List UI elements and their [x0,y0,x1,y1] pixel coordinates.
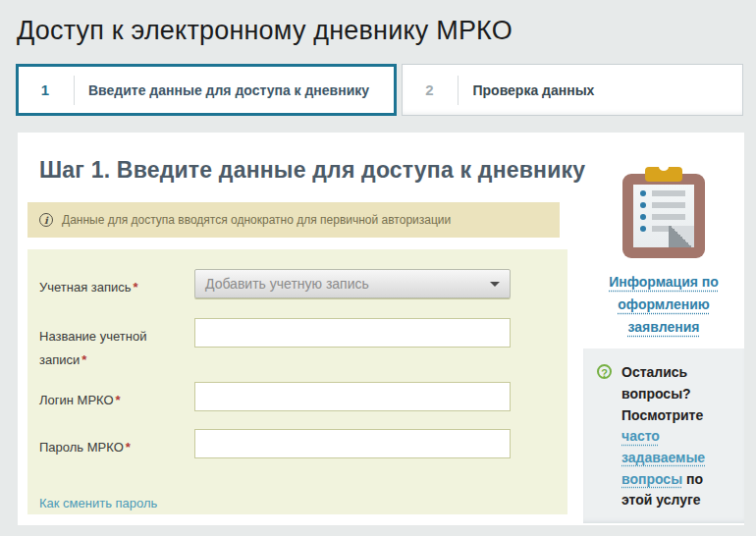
label-text: Учетная запись [39,280,132,295]
form-row-password: Пароль МРКО* [39,429,567,459]
help-text: Остались вопросы? Посмотрите часто задав… [621,362,734,511]
notice-banner: i Данные для доступа вводятся однократно… [27,202,560,238]
page-title: Доступ к электронному дневнику МРКО [17,16,756,46]
clipboard-paper [633,185,694,247]
required-mark: * [116,393,121,407]
mrko-login-input[interactable] [194,382,511,411]
tab-step-1-enter-data[interactable]: 1 Введите данные для доступа к дневнику [16,64,397,116]
step-2-number: 2 [414,81,444,98]
help-text-before: Остались вопросы? Посмотрите [621,364,703,422]
tab-step-2-verify-data[interactable]: 2 Проверка данных [402,64,743,116]
label-text: Название учетной записи [39,329,146,367]
password-label: Пароль МРКО* [39,429,194,459]
info-icon: i [39,213,53,227]
help-box: ? Остались вопросы? Посмотрите часто зад… [583,348,744,523]
account-name-label: Название учетной записи* [39,318,194,372]
sidebar: Информация по оформлению заявления ? Ост… [583,174,744,523]
account-label: Учетная запись* [39,269,194,299]
required-mark: * [134,280,138,295]
divider [74,76,75,105]
form-row-account-name: Название учетной записи* [39,318,567,372]
account-name-input[interactable] [194,318,511,348]
required-mark: * [81,352,86,367]
step-tabs: 1 Введите данные для доступа к дневнику … [16,64,743,116]
step-1-label: Введите данные для доступа к дневнику [88,82,369,98]
required-mark: * [126,440,131,455]
mrko-password-input[interactable] [194,429,511,458]
label-text: Пароль МРКО [39,440,124,455]
change-password-link[interactable]: Как сменить пароль [39,496,157,510]
step-1-number: 1 [30,81,60,98]
list-item [640,202,694,208]
application-info-link[interactable]: Информация по оформлению заявления [583,271,744,339]
list-item [640,190,694,196]
step-2-label: Проверка данных [472,82,594,98]
page-fold [669,226,694,247]
account-select-value: Добавить учетную запись [205,276,490,292]
main-panel: Шаг 1. Введите данные для доступа к днев… [18,133,744,525]
clipboard-clip [645,167,682,182]
divider [458,76,459,105]
access-form: Учетная запись* Добавить учетную запись … [27,249,567,514]
notice-text: Данные для доступа вводятся однократно д… [62,213,451,227]
clipboard-icon [622,174,705,258]
chevron-down-icon [490,282,500,287]
account-select[interactable]: Добавить учетную запись [194,269,511,298]
form-row-account: Учетная запись* Добавить учетную запись [39,269,567,299]
question-icon: ? [597,364,612,379]
login-label: Логин МРКО* [39,382,194,412]
form-row-login: Логин МРКО* [39,382,567,412]
list-item [640,214,694,220]
label-text: Логин МРКО [39,393,114,407]
